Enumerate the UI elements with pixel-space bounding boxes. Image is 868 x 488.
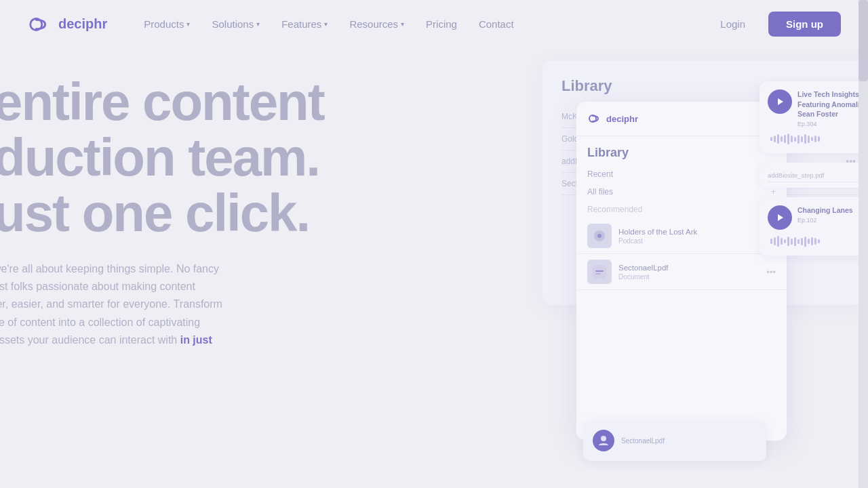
hero-line1: entire content	[0, 75, 324, 130]
navbar: deciphr Products ▾ Solutions ▾ Features …	[0, 0, 868, 48]
audio-title: Live Tech Insights Featuring Anomali's S…	[797, 89, 867, 119]
nav-products[interactable]: Products ▾	[134, 13, 199, 35]
chevron-down-icon: ▾	[186, 20, 190, 28]
recent-section-label: Recent +	[576, 165, 787, 183]
logo-link[interactable]: deciphr	[27, 12, 107, 37]
nav-links: Products ▾ Solutions ▾ Features ▾ Resour…	[134, 13, 711, 35]
svg-point-3	[597, 234, 601, 238]
svg-rect-5	[595, 270, 604, 272]
app-header: deciphr ≡	[576, 102, 787, 136]
svg-point-7	[601, 436, 606, 441]
nav-solutions[interactable]: Solutions ▾	[202, 13, 269, 35]
audio-card-top: Live Tech Insights Featuring Anomali's S…	[768, 89, 867, 127]
audio-waveform	[768, 133, 867, 145]
nav-contact[interactable]: Contact	[469, 13, 524, 35]
svg-rect-6	[595, 273, 601, 274]
scrollbar[interactable]	[859, 0, 868, 488]
recommended-section-label: Recommended	[576, 201, 787, 218]
chevron-down-icon: ▾	[256, 20, 260, 28]
audio-info: Live Tech Insights Featuring Anomali's S…	[797, 89, 867, 127]
file-options-icon[interactable]: •••	[766, 267, 776, 277]
hero-line2: duction team.	[0, 130, 324, 186]
file-row-card: addBiosite_step.pdf •••	[760, 163, 868, 188]
audio-waveform	[768, 235, 867, 247]
app-logo-area: deciphr	[587, 111, 638, 126]
audio-card-2: Changing Lanes Ep.102	[760, 197, 868, 256]
audio-cards: Live Tech Insights Featuring Anomali's S…	[760, 81, 868, 256]
chevron-down-icon: ▾	[324, 20, 328, 28]
nav-features[interactable]: Features ▾	[272, 13, 337, 35]
app-logo-text: deciphr	[606, 114, 638, 124]
bottom-file-name: SectonaelLpdf	[621, 437, 665, 445]
audio-card-1: Live Tech Insights Featuring Anomali's S…	[760, 81, 868, 153]
file-name: addBiosite_step.pdf	[768, 171, 824, 179]
list-item: addBiosite_step.pdf •••	[768, 168, 867, 182]
file-meta: Podcast	[618, 237, 760, 245]
fg-app-window: deciphr ≡ Library Recent + All files + R…	[576, 102, 787, 441]
file-name: Holders of the Lost Ark	[618, 228, 760, 236]
logo-text: deciphr	[58, 16, 107, 32]
hero-body: we're all about keeping things simple. N…	[0, 260, 305, 350]
nav-right: Login Sign up	[711, 12, 841, 37]
audio-play-icon[interactable]	[768, 205, 792, 230]
fg-library-title: Library	[576, 136, 787, 165]
audio-card-top: Changing Lanes Ep.102	[768, 205, 867, 230]
signup-button[interactable]: Sign up	[768, 12, 841, 37]
bottom-card: SectonaelLpdf	[583, 420, 766, 461]
file-name: SectonaelLpdf	[618, 264, 760, 272]
audio-title: Changing Lanes	[797, 205, 853, 216]
audio-info: Changing Lanes Ep.102	[797, 205, 853, 224]
chevron-down-icon: ▾	[401, 20, 404, 28]
list-item[interactable]: SectonaelLpdf Document •••	[576, 254, 787, 290]
all-files-section-label: All files +	[576, 183, 787, 201]
app-logo-icon	[587, 111, 602, 126]
file-info: Holders of the Lost Ark Podcast	[618, 228, 760, 245]
main-content: entire content duction team. ust one cli…	[0, 0, 868, 488]
hero-line3: ust one click.	[0, 186, 324, 241]
nav-pricing[interactable]: Pricing	[416, 13, 467, 35]
audio-play-icon[interactable]	[768, 89, 792, 114]
hero-headline: entire content duction team. ust one cli…	[0, 75, 324, 241]
file-meta: Document	[618, 273, 760, 281]
avatar	[593, 430, 614, 451]
file-info: SectonaelLpdf Document	[618, 264, 760, 281]
audio-subtitle: Ep.304	[797, 121, 867, 127]
hero-bold: in just	[180, 334, 212, 346]
file-thumbnail	[587, 224, 612, 248]
nav-resources[interactable]: Resources ▾	[340, 13, 414, 35]
scrollbar-thumb[interactable]	[859, 0, 868, 81]
login-button[interactable]: Login	[711, 13, 755, 35]
logo-icon	[27, 12, 53, 37]
mockup-area: Library McKinleyPart123.pdf ••• GoldBios…	[563, 61, 854, 454]
audio-subtitle: Ep.102	[797, 217, 853, 224]
hero-section: entire content duction team. ust one cli…	[0, 75, 324, 350]
file-thumbnail	[587, 260, 612, 284]
list-item[interactable]: Holders of the Lost Ark Podcast •••	[576, 218, 787, 254]
